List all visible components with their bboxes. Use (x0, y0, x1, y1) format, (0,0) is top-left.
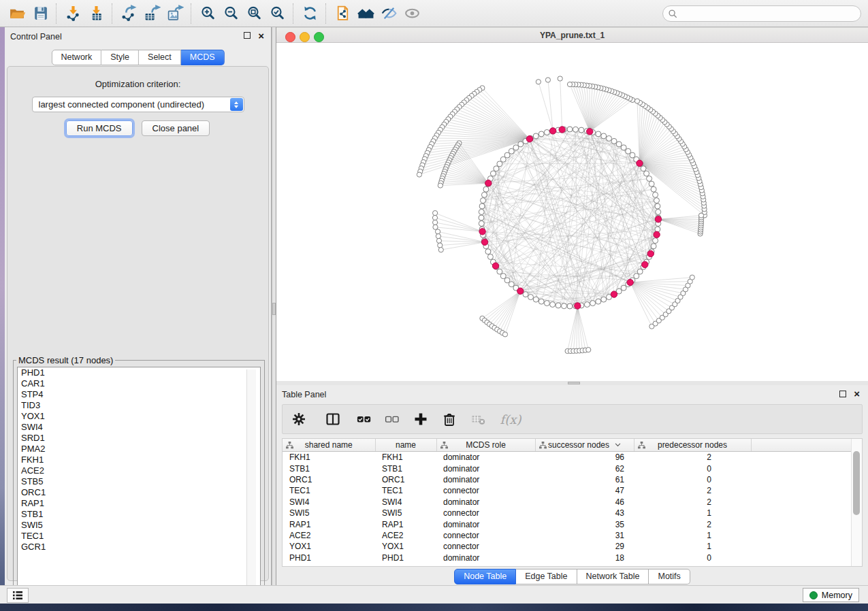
mcds-hub-node[interactable] (481, 239, 487, 245)
table-row[interactable]: ACE2ACE2connector311 (283, 530, 852, 541)
tab-motifs[interactable]: Motifs (649, 569, 690, 584)
table-row[interactable]: SWI5SWI5connector431 (283, 508, 852, 518)
graph-leaf-node[interactable] (438, 183, 443, 188)
mcds-result-item[interactable]: TID3 (18, 400, 260, 411)
column-header-mcds-role[interactable]: MCDS role (436, 439, 535, 452)
graph-node[interactable] (653, 238, 658, 244)
delete-column-icon[interactable] (435, 408, 464, 431)
export-table-icon[interactable] (140, 3, 163, 24)
graph-leaf-node[interactable] (436, 238, 441, 243)
table-cell[interactable]: connector (436, 508, 535, 518)
close-traffic-light[interactable] (285, 32, 295, 42)
table-cell[interactable]: RAP1 (283, 518, 375, 529)
mcds-result-item[interactable]: SRD1 (18, 433, 260, 444)
mcds-hub-node[interactable] (637, 160, 643, 166)
graph-node[interactable] (500, 274, 506, 279)
graph-node[interactable] (550, 302, 556, 308)
table-cell[interactable]: 0 (634, 463, 751, 474)
refresh-icon[interactable] (298, 3, 321, 24)
table-cell[interactable]: ACE2 (375, 530, 436, 541)
mcds-result-item[interactable]: STB1 (18, 509, 260, 520)
column-header-successor-nodes[interactable]: successor nodes (535, 439, 634, 452)
graph-node[interactable] (601, 133, 607, 139)
graph-node[interactable] (487, 254, 493, 259)
mcds-hub-node[interactable] (642, 261, 648, 267)
table-cell[interactable]: connector (436, 485, 535, 496)
table-row[interactable]: ORC1ORC1dominator610 (283, 474, 852, 485)
memory-button[interactable]: Memory (803, 588, 859, 602)
graph-node[interactable] (655, 203, 660, 209)
table-cell[interactable]: PHD1 (283, 552, 375, 563)
mcds-hub-node[interactable] (575, 303, 581, 309)
graph-node[interactable] (513, 145, 519, 150)
zoom-in-icon[interactable] (196, 3, 219, 24)
task-history-button[interactable] (7, 588, 29, 603)
mcds-hub-node[interactable] (517, 288, 524, 294)
export-image-icon[interactable] (163, 3, 187, 24)
graph-node[interactable] (539, 299, 544, 304)
graph-node[interactable] (651, 186, 656, 192)
graph-node[interactable] (621, 285, 626, 291)
table-cell[interactable]: SWI5 (375, 508, 436, 518)
mcds-hub-node[interactable] (549, 128, 556, 134)
graph-leaf-node[interactable] (558, 76, 562, 81)
search-input[interactable] (681, 8, 855, 19)
graph-node[interactable] (497, 161, 502, 167)
mcds-hub-node[interactable] (611, 291, 617, 297)
table-cell[interactable]: 2 (634, 497, 751, 508)
table-cell[interactable]: 2 (634, 452, 751, 463)
table-settings-icon[interactable] (283, 408, 315, 431)
table-row[interactable]: TEC1TEC1connector472 (283, 485, 852, 496)
splitter-grip[interactable] (272, 303, 276, 315)
table-cell[interactable]: ORC1 (283, 474, 375, 485)
table-cell[interactable]: STB1 (283, 463, 375, 474)
graph-leaf-node[interactable] (690, 275, 694, 280)
table-cell[interactable]: ACE2 (283, 530, 375, 541)
close-panel-icon[interactable]: × (258, 27, 264, 45)
scrollbar-thumb[interactable] (853, 451, 860, 515)
optimization-select[interactable]: largest connected component (undirected) (32, 97, 244, 112)
graph-node[interactable] (651, 244, 656, 249)
network-from-file-icon[interactable] (331, 3, 354, 24)
table-cell[interactable]: RAP1 (375, 518, 436, 529)
mcds-hub-node[interactable] (485, 180, 492, 186)
graph-leaf-node[interactable] (417, 172, 421, 177)
graph-node[interactable] (641, 166, 646, 171)
float-panel-icon[interactable] (839, 391, 846, 397)
graph-node[interactable] (504, 278, 510, 283)
table-row[interactable]: PHD1PHD1dominator180 (283, 552, 852, 563)
table-scrollbar[interactable] (851, 439, 862, 566)
mcds-result-item[interactable]: FKH1 (18, 455, 260, 465)
table-cell[interactable]: FKH1 (283, 452, 375, 463)
graph-node[interactable] (544, 301, 549, 306)
mcds-hub-node[interactable] (655, 216, 661, 222)
hide-selected-icon[interactable] (377, 3, 400, 24)
export-network-icon[interactable] (117, 3, 140, 24)
mcds-result-item[interactable]: ACE2 (18, 465, 260, 476)
table-row[interactable]: YOX1YOX1connector291 (283, 541, 852, 552)
graph-node[interactable] (533, 297, 539, 302)
tab-style[interactable]: Style (101, 50, 139, 65)
graph-node[interactable] (528, 295, 534, 300)
graph-node[interactable] (567, 303, 573, 309)
graph-leaf-node[interactable] (634, 99, 639, 103)
graph-leaf-node[interactable] (433, 225, 438, 229)
column-header-name[interactable]: name (375, 439, 436, 452)
graph-leaf-node[interactable] (436, 234, 440, 239)
graph-leaf-node[interactable] (502, 332, 507, 337)
mcds-result-item[interactable]: CAR1 (18, 378, 260, 389)
zoom-fit-icon[interactable] (242, 3, 266, 24)
graph-leaf-node[interactable] (438, 248, 443, 252)
table-cell[interactable]: dominator (436, 452, 535, 463)
zoom-selected-icon[interactable] (266, 3, 289, 24)
table-row[interactable]: FKH1FKH1dominator962 (283, 452, 852, 463)
table-cell[interactable]: 29 (535, 541, 634, 552)
table-cell[interactable]: 0 (634, 474, 751, 485)
mcds-hub-node[interactable] (587, 129, 593, 135)
show-all-icon[interactable] (400, 3, 423, 24)
minimize-traffic-light[interactable] (300, 32, 310, 42)
mcds-result-item[interactable]: RAP1 (18, 498, 260, 509)
graph-node[interactable] (509, 148, 514, 154)
graph-node[interactable] (561, 303, 566, 309)
save-icon[interactable] (29, 3, 52, 24)
